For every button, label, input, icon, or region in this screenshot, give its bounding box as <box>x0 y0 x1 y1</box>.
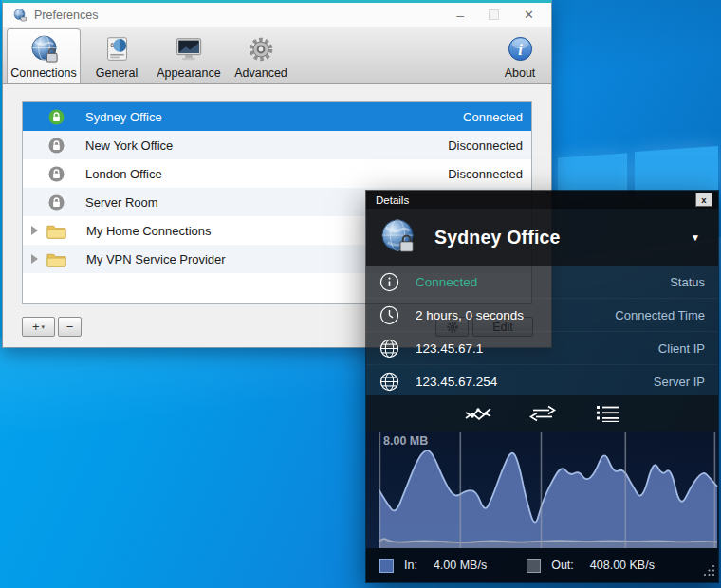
connection-status: Connected <box>463 110 531 124</box>
globe-icon <box>379 372 399 392</box>
monitor-icon <box>174 33 204 64</box>
client-ip-value: 123.45.67.1 <box>416 341 483 356</box>
y-axis-max-label: 8.00 MB <box>383 434 428 448</box>
client-ip-label: Client IP <box>658 341 705 356</box>
remove-label: − <box>66 320 74 334</box>
details-connection-name: Sydney Office <box>434 227 561 248</box>
client-ip-row: 123.45.67.1 Client IP <box>366 331 718 364</box>
in-label: In: <box>404 559 417 572</box>
connection-row-newyork[interactable]: New York Office Disconnected <box>23 131 531 159</box>
connection-name: New York Office <box>85 138 173 153</box>
status-value: Connected <box>416 275 477 289</box>
chevron-down-icon[interactable]: ▼ <box>691 232 706 243</box>
tab-about[interactable]: i About <box>492 27 547 83</box>
connection-row-london[interactable]: London Office Disconnected <box>23 159 531 188</box>
lock-icon <box>48 194 65 211</box>
folder-name: My Home Connections <box>86 224 212 238</box>
out-swatch <box>527 559 541 573</box>
connected-time-value: 2 hours, 0 seconds <box>416 308 524 322</box>
traffic-graph: 8.00 MB <box>366 432 718 548</box>
folder-icon <box>46 223 66 239</box>
tab-label: Advanced <box>234 66 287 80</box>
chevron-down-icon: ▾ <box>42 323 46 331</box>
gear-icon <box>247 33 275 64</box>
transfer-arrows-icon[interactable] <box>527 402 558 425</box>
connected-time-label: Connected Time <box>615 308 705 322</box>
server-ip-row: 123.45.67.254 Server IP <box>366 364 718 397</box>
lock-icon <box>48 109 65 125</box>
details-list-icon[interactable] <box>592 402 622 425</box>
traffic-legend: In: 4.00 MB/s Out: 408.00 KB/s <box>366 548 718 582</box>
info-icon <box>379 272 399 292</box>
expand-arrow-icon[interactable] <box>31 226 38 235</box>
folder-icon <box>46 251 66 267</box>
resize-grip[interactable] <box>703 564 715 579</box>
svg-text:6: 6 <box>110 41 114 49</box>
globe-icon <box>379 339 399 358</box>
tab-label: Connections <box>10 66 77 80</box>
connection-name: London Office <box>85 167 162 181</box>
folder-name: My VPN Service Provider <box>86 252 226 266</box>
connection-name: Sydney Office <box>85 110 162 124</box>
connected-time-row: 2 hours, 0 seconds Connected Time <box>366 298 718 331</box>
details-info-rows: Connected Status 2 hours, 0 seconds Conn… <box>366 266 718 395</box>
lock-icon <box>48 166 65 182</box>
preferences-titlebar[interactable]: Preferences – ✕ <box>3 3 551 27</box>
preferences-tab-bar: Connections 6 General <box>3 27 551 84</box>
remove-connection-button[interactable]: − <box>58 317 82 337</box>
server-ip-label: Server IP <box>654 375 705 389</box>
svg-text:i: i <box>518 41 523 59</box>
minimize-button[interactable]: – <box>456 10 464 20</box>
tab-connections[interactable]: Connections <box>7 28 81 83</box>
details-title: Details <box>376 194 409 206</box>
clock-icon <box>379 305 399 325</box>
app-globe-icon <box>12 8 28 23</box>
traffic-graph-icon[interactable] <box>463 402 493 425</box>
screen: Preferences – ✕ C <box>0 0 721 588</box>
tab-label: General <box>96 66 138 80</box>
traffic-area-chart <box>379 432 718 549</box>
close-button[interactable]: ✕ <box>524 8 534 22</box>
out-label: Out: <box>551 559 574 572</box>
connection-row-sydney[interactable]: Sydney Office Connected <box>23 102 531 131</box>
connection-name: Server Room <box>85 195 158 210</box>
tab-appearance[interactable]: Appearance <box>153 27 225 83</box>
maximize-button[interactable] <box>489 9 499 20</box>
info-icon: i <box>507 33 534 64</box>
status-label: Status <box>670 275 705 289</box>
connection-status: Disconnected <box>448 138 531 153</box>
status-row: Connected Status <box>366 266 718 298</box>
details-view-toolbar <box>366 395 718 432</box>
lock-icon <box>48 138 65 154</box>
expand-arrow-icon[interactable] <box>31 254 38 264</box>
details-titlebar[interactable]: Details x <box>366 191 718 209</box>
tab-label: About <box>505 66 536 80</box>
id-card-icon: 6 <box>103 33 131 64</box>
out-value: 408.00 KB/s <box>590 559 655 572</box>
add-connection-button[interactable]: + ▾ <box>22 317 55 337</box>
tab-advanced[interactable]: Advanced <box>225 27 297 83</box>
in-value: 4.00 MB/s <box>434 559 487 572</box>
window-title: Preferences <box>34 9 98 22</box>
connection-globe-icon <box>379 217 418 257</box>
connection-status: Disconnected <box>448 167 531 181</box>
tab-general[interactable]: 6 General <box>81 27 153 83</box>
details-header: Sydney Office ▼ <box>366 209 718 266</box>
tab-label: Appearance <box>157 66 220 80</box>
close-button[interactable]: x <box>695 193 712 207</box>
globe-icon <box>29 33 59 64</box>
add-label: + <box>32 320 40 334</box>
in-swatch <box>379 559 394 573</box>
details-window: Details x Sydney Office ▼ Co <box>365 190 719 583</box>
server-ip-value: 123.45.67.254 <box>416 375 497 389</box>
